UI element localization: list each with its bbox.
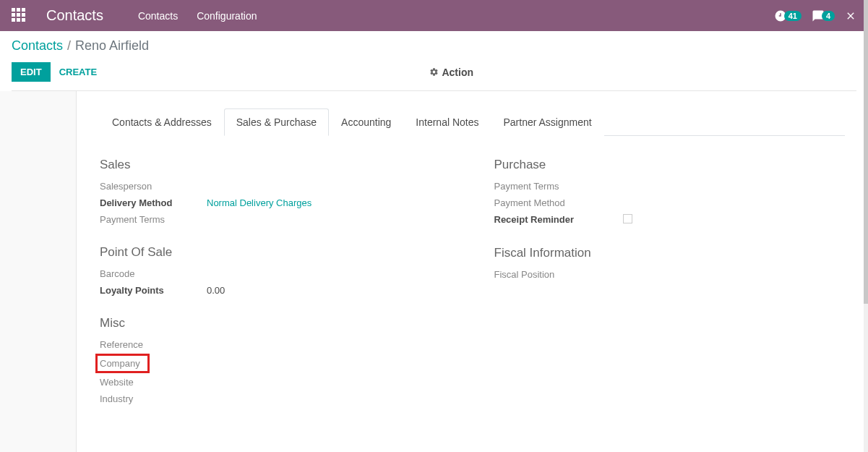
breadcrumb-separator: / [67,38,71,54]
value-fiscal-position [601,269,846,280]
content: Contacts & Addresses Sales & Purchase Ac… [0,91,868,452]
label-website: Website [100,377,207,388]
label-receipt-reminder: Receipt Reminder [494,214,601,226]
tab-internal-notes[interactable]: Internal Notes [403,108,491,136]
label-purchase-payment-terms: Payment Terms [494,181,601,192]
messages-badge: 4 [822,11,835,21]
label-loyalty: Loyalty Points [100,285,207,296]
subheader: Contacts / Reno Airfield EDIT CREATE Act… [0,31,868,91]
left-column: Sales Salesperson Delivery MethodNormal … [100,158,451,410]
tab-contacts-addresses[interactable]: Contacts & Addresses [100,108,224,136]
app-brand: Contacts [46,7,103,24]
value-purchase-payment-terms [601,181,846,192]
left-gutter [0,91,77,452]
topbar: Contacts Contacts Configuration 41 4 [0,0,868,31]
section-pos: Point Of Sale [100,245,451,260]
section-sales: Sales [100,158,451,172]
tabs: Contacts & Addresses Sales & Purchase Ac… [100,108,845,136]
breadcrumb: Contacts / Reno Airfield [12,38,856,54]
close-icon[interactable] [845,10,856,22]
value-loyalty: 0.00 [207,285,451,296]
value-barcode [207,268,451,279]
form-area: Sales Salesperson Delivery MethodNormal … [100,136,845,410]
section-fiscal: Fiscal Information [494,246,846,260]
label-barcode: Barcode [100,268,207,279]
breadcrumb-current: Reno Airfield [75,38,149,54]
value-payment-method [601,197,846,208]
label-salesperson: Salesperson [100,181,207,192]
value-receipt-reminder [601,214,846,226]
value-delivery-method[interactable]: Normal Delivery Charges [207,197,451,208]
nav-configuration[interactable]: Configuration [197,10,257,22]
edit-button[interactable]: EDIT [12,62,51,82]
value-industry [207,393,451,404]
right-column: Purchase Payment Terms Payment Method Re… [494,158,846,410]
form-sheet: Contacts & Addresses Sales & Purchase Ac… [77,91,868,452]
tab-sales-purchase[interactable]: Sales & Purchase [224,108,329,136]
label-fiscal-position: Fiscal Position [494,269,601,280]
label-delivery-method: Delivery Method [100,197,207,208]
tab-partner-assignment[interactable]: Partner Assignment [491,108,604,136]
action-label: Action [442,67,473,78]
activity-badge: 41 [784,11,802,21]
action-dropdown[interactable]: Action [429,67,473,78]
section-misc: Misc [100,316,451,331]
company-highlight: Company [95,354,150,373]
label-company: Company [100,358,140,369]
label-payment-method: Payment Method [494,197,601,208]
tab-accounting[interactable]: Accounting [329,108,403,136]
value-website [207,377,451,388]
value-salesperson [207,181,451,192]
breadcrumb-root[interactable]: Contacts [12,38,63,54]
nav-contacts[interactable]: Contacts [138,10,178,22]
activity-button[interactable]: 41 [774,9,802,22]
messages-button[interactable]: 4 [812,9,835,22]
systray: 41 4 [774,9,856,22]
section-purchase: Purchase [494,158,846,172]
actionbar: EDIT CREATE Action [12,62,856,91]
value-reference [207,339,451,350]
create-button[interactable]: CREATE [59,67,97,77]
label-reference: Reference [100,339,207,350]
value-sales-payment-terms [207,214,451,225]
gear-icon [429,67,439,77]
apps-icon[interactable] [12,8,27,24]
scrollbar-thumb[interactable] [864,0,868,304]
receipt-reminder-checkbox[interactable] [623,214,632,223]
label-industry: Industry [100,393,207,404]
label-sales-payment-terms: Payment Terms [100,214,207,225]
scrollbar[interactable] [864,0,868,452]
